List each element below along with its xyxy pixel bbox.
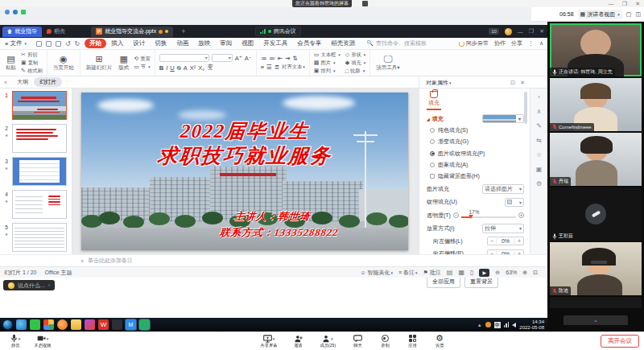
- collapse-icon[interactable]: ∧: [537, 108, 542, 115]
- phone-app-icon[interactable]: [30, 319, 40, 330]
- paste-button[interactable]: ▤ 粘贴: [4, 54, 18, 72]
- view-mode-select[interactable]: ▦ 演讲者视图 ▾: [578, 10, 622, 19]
- mute-button[interactable]: ▾ 静音: [2, 332, 29, 350]
- video-button[interactable]: ▾ 开启视频: [29, 332, 56, 350]
- text-box-button[interactable]: ▭文本框▾: [314, 51, 341, 59]
- menu-tab-review[interactable]: 审阅: [215, 39, 237, 48]
- play-from-current-button[interactable]: ◉ 当页开始: [52, 54, 76, 72]
- account-avatar[interactable]: [505, 28, 512, 35]
- tray-app-icon[interactable]: [485, 322, 491, 327]
- tab-home[interactable]: 就业指导: [2, 27, 42, 37]
- zoom-in-icon[interactable]: ⊕: [522, 270, 527, 276]
- fill-tab[interactable]: 填充: [427, 90, 441, 110]
- members-button[interactable]: ▾ 成员(25): [312, 332, 344, 350]
- fill-button[interactable]: ◆填充▾: [345, 60, 366, 67]
- font-size-select[interactable]: [212, 54, 233, 62]
- underline-button[interactable]: U: [170, 64, 174, 72]
- line-spacing-icon[interactable]: ⇅: [292, 55, 297, 62]
- more-icon[interactable]: ⋮: [528, 40, 534, 47]
- transparency-plus-icon[interactable]: +: [518, 212, 524, 218]
- menu-tab-slideshow[interactable]: 放映: [193, 39, 215, 48]
- file-menu[interactable]: ≡ 文件 ▾: [0, 39, 31, 47]
- expand-panel-icon[interactable]: ›: [538, 93, 540, 101]
- decrease-font-icon[interactable]: A⁻: [245, 55, 252, 62]
- participant-video[interactable]: 陈迪: [550, 242, 642, 295]
- menu-tab-insert[interactable]: 插入: [106, 39, 128, 48]
- start-button[interactable]: [2, 319, 13, 330]
- offset-left-stepper[interactable]: −0%+: [487, 237, 524, 245]
- align-text-button[interactable]: 对齐文本▾: [282, 64, 305, 71]
- outline-button[interactable]: □轮廓▾: [345, 68, 366, 75]
- print-icon[interactable]: [56, 41, 61, 47]
- menu-tab-view[interactable]: 视图: [237, 39, 258, 48]
- media-app-icon[interactable]: [85, 319, 95, 330]
- menu-tab-design[interactable]: 设计: [128, 39, 150, 48]
- menu-tab-transition[interactable]: 切换: [150, 39, 171, 48]
- tab-slides[interactable]: 幻灯片: [34, 77, 62, 87]
- taskbar-clock[interactable]: 14:34 2022-05-08: [519, 319, 544, 331]
- hide-background-checkbox[interactable]: 隐藏背景图形(H): [427, 172, 524, 180]
- fill-option-gradient[interactable]: 渐变填充(G): [427, 138, 524, 146]
- align-right-icon[interactable]: ≣: [275, 64, 279, 71]
- record-button[interactable]: 录制: [371, 332, 398, 350]
- fill-section-header[interactable]: ◢ 填充 ▾: [427, 114, 524, 123]
- participant-video-partial[interactable]: [550, 297, 642, 308]
- layout-button[interactable]: ▦ 版式: [117, 54, 130, 72]
- menu-tab-member[interactable]: 会员专享: [292, 39, 326, 48]
- settings-button[interactable]: ⚙ 设置: [426, 332, 453, 350]
- arrange-button[interactable]: ▣排列▾: [314, 68, 341, 75]
- participant-video-speaker[interactable]: 正在讲话: 韩世琦, 周立先: [550, 23, 642, 76]
- volume-icon[interactable]: [512, 323, 516, 327]
- undo-icon[interactable]: ↺: [65, 40, 71, 47]
- indent-decrease-icon[interactable]: ⇤: [278, 55, 283, 62]
- section-button[interactable]: ▭节▾: [134, 64, 150, 71]
- dark-app-icon[interactable]: [112, 319, 122, 330]
- fit-slide-icon[interactable]: ⊡: [533, 270, 538, 276]
- meeting-badge[interactable]: 腾讯会议: [255, 27, 301, 36]
- panel-scrollbar[interactable]: [524, 92, 527, 124]
- tray-expand-icon[interactable]: ▲: [477, 323, 482, 327]
- fill-option-solid[interactable]: 纯色填充(S): [427, 126, 524, 134]
- zoom-out-icon[interactable]: ⊖: [495, 270, 500, 276]
- collapse-pane-icon[interactable]: «: [0, 80, 11, 85]
- slideshow-play-button[interactable]: ▶: [479, 269, 489, 277]
- wps-close-icon[interactable]: ✕: [539, 28, 544, 35]
- close-panel-icon[interactable]: ✕: [520, 80, 525, 86]
- invite-button[interactable]: 邀请: [284, 332, 312, 350]
- fullscreen-icon[interactable]: ▢: [626, 11, 632, 18]
- fill-option-pattern[interactable]: 图案填充(A): [427, 161, 524, 169]
- number-list-icon[interactable]: ≕: [269, 55, 275, 62]
- cut-button[interactable]: ✂剪切: [21, 51, 43, 59]
- menu-tab-docer-res[interactable]: 稻壳资源: [326, 39, 360, 48]
- network-icon[interactable]: [504, 322, 510, 327]
- window-icon[interactable]: ▣: [536, 166, 543, 173]
- participant-video[interactable]: 丹瑞: [550, 133, 642, 186]
- menu-tab-devtools[interactable]: 开发工具: [258, 39, 292, 48]
- share-screen-button[interactable]: ▾ 共享屏幕: [254, 332, 284, 350]
- sorter-view-icon[interactable]: ▦: [458, 269, 464, 276]
- format-painter-button[interactable]: ✎格式刷: [21, 68, 43, 75]
- quick-chat-pill[interactable]: 说点什么... ‹: [3, 280, 55, 290]
- banner-option-icon[interactable]: [362, 1, 368, 6]
- current-slide[interactable]: 2022届毕业生 求职技巧就业服务 主讲人：韩世琦 联系方式：133352888…: [81, 93, 408, 250]
- new-slide-button[interactable]: ⊞ 新建幻灯片: [85, 54, 114, 72]
- strikethrough-button[interactable]: S: [177, 64, 181, 72]
- wps-minimize-icon[interactable]: —: [518, 29, 523, 35]
- slide-thumbnail[interactable]: 4 ★: [0, 190, 72, 220]
- presentation-tools-button[interactable]: 🖵 演示工具▾: [374, 54, 401, 72]
- slide-thumbnail[interactable]: 5 ★: [0, 223, 72, 253]
- save-icon[interactable]: [36, 41, 42, 47]
- slide-thumbnail[interactable]: 1: [0, 91, 72, 121]
- menu-tab-start[interactable]: 开始: [85, 39, 106, 48]
- copy-button[interactable]: ▣复制: [21, 60, 43, 67]
- increase-font-icon[interactable]: A⁺: [235, 55, 242, 62]
- browser-icon[interactable]: [16, 319, 27, 330]
- notes-bar[interactable]: ≡ 单击此处添加备注: [0, 254, 547, 266]
- font-family-select[interactable]: [159, 54, 209, 62]
- layout-panel-icon[interactable]: ◫: [635, 11, 641, 18]
- command-search[interactable]: 🔍 查找命令、搜索模板: [366, 39, 427, 47]
- edit-icon[interactable]: ✎: [536, 122, 542, 130]
- placement-select[interactable]: 拉伸▾: [482, 224, 524, 233]
- subscript-button[interactable]: X₂: [198, 64, 204, 72]
- comment-button[interactable]: ⚑ 批注: [423, 269, 441, 277]
